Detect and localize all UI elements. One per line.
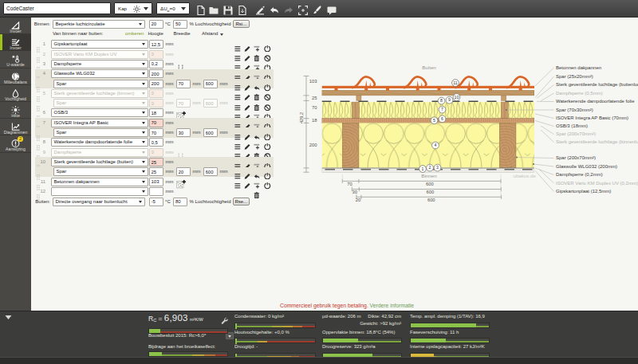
buiten-temp-input[interactable] [149,198,163,206]
edit-layer-icon[interactable] [244,119,252,127]
toggle-layer-icon[interactable] [264,80,272,88]
layer-disabled-icon[interactable] [264,149,272,157]
breedte-input[interactable] [176,99,191,108]
reset-spar-icon[interactable] [254,168,262,176]
material-select[interactable]: Dampfsperre [51,60,149,68]
rsi-button[interactable]: Rsi... [233,20,250,28]
insert-layer-icon[interactable] [254,109,262,117]
reset-spar-icon[interactable] [254,129,262,137]
afstand-input[interactable] [203,167,218,176]
material-select[interactable]: Spar [53,167,149,176]
toggle-layer-icon[interactable] [264,139,272,147]
delete-layer-icon[interactable] [254,90,262,98]
row-menu-icon[interactable] [234,159,242,166]
layer-disabled-icon[interactable] [264,51,272,59]
hoogte-input[interactable] [149,148,163,157]
material-select[interactable]: Sterk geventileerde luchtlage (buiten) [51,158,149,166]
reverse-link[interactable]: omkeren [125,31,144,36]
sidebar-item-aanwijzing[interactable]: Aanwijzing2 [0,135,31,152]
toggle-layer-icon[interactable] [264,41,272,49]
hoogte-input[interactable] [149,89,163,98]
binnen-climate-select[interactable]: Beperkte luchtcirculatie [53,20,146,29]
insert-layer-icon[interactable] [254,178,262,186]
toggle-layer-icon[interactable] [264,70,272,78]
edit-layer-icon[interactable] [244,51,252,59]
material-select[interactable]: Spar [53,99,149,108]
insert-layer-icon[interactable] [254,61,262,68]
row-menu-icon[interactable] [234,119,242,127]
insert-layer-icon[interactable] [254,159,262,166]
afstand-input[interactable] [203,80,218,88]
delete-layer-icon[interactable] [254,149,262,157]
hoogte-input[interactable] [149,128,163,137]
toggle-layer-icon[interactable] [264,168,272,176]
hoogte-input[interactable] [149,108,163,117]
breedte-input[interactable] [176,128,191,137]
row-menu-icon[interactable] [234,51,242,59]
toggle-layer-icon[interactable] [264,61,272,68]
material-select[interactable]: Waterkerende dampdoorlatende folie [51,138,149,147]
row-menu-icon[interactable] [234,80,242,88]
row-menu-icon[interactable] [234,168,242,176]
edit-layer-icon[interactable] [244,109,252,117]
edit-layer-icon[interactable] [244,90,252,98]
hoogte-input[interactable] [149,80,163,88]
wrench-icon[interactable] [221,317,228,324]
toggle-layer-icon[interactable] [264,129,272,137]
row-menu-icon[interactable] [234,149,242,157]
edit-layer-icon[interactable] [244,61,252,68]
afstand-sort-icon[interactable] [220,33,223,36]
material-select[interactable]: Dampfsperre [51,148,149,157]
hoogte-input[interactable] [149,40,163,49]
delete-layer-icon[interactable] [254,188,262,196]
material-select[interactable]: Betonnen dakpannen [51,178,149,186]
hoogte-input[interactable] [149,158,163,166]
sidebar-item-invoer-1[interactable]: Invoer [0,18,31,34]
afstand-input[interactable] [203,99,218,108]
toggle-layer-icon[interactable] [264,109,272,117]
toggle-layer-icon[interactable] [264,159,272,166]
row-menu-icon[interactable] [234,109,242,117]
breedte-input[interactable] [176,80,191,88]
material-select[interactable]: OSB/3 [51,108,149,117]
row-menu-icon[interactable] [234,61,242,68]
edit-layer-icon[interactable] [244,178,252,186]
material-select[interactable]: Sterk geventileerde luchtlage (binnen) [51,89,149,98]
afstand-header[interactable]: Afstand [202,31,218,36]
hoogte-input[interactable] [149,50,163,59]
sidebar-item-vochtigheid[interactable]: Vochtigheid [0,85,31,102]
row-menu-icon[interactable] [234,129,242,137]
hoogte-input[interactable] [149,60,163,68]
reset-spar-icon[interactable] [254,80,262,88]
sidebar-item-milieubalans[interactable]: Milieubalans [0,68,31,85]
insert-layer-icon[interactable] [254,139,262,147]
edit-layer-icon[interactable] [244,139,252,147]
delete-layer-icon[interactable] [254,51,262,59]
material-select[interactable]: Glaswolle WLG032 [51,69,149,78]
hoogte-input[interactable] [149,167,163,176]
layer-disabled-icon[interactable] [264,90,272,98]
hoogte-input[interactable] [149,178,163,186]
material-select[interactable] [51,187,149,196]
row-menu-icon[interactable] [234,139,242,147]
insert-layer-icon[interactable] [254,41,262,49]
hoogte-input[interactable] [149,187,163,196]
row-menu-icon[interactable] [234,178,242,186]
edit-layer-icon[interactable] [244,41,252,49]
insert-layer-icon[interactable] [254,70,262,78]
more-info-link[interactable]: Verdere informatie [370,303,415,308]
hoogte-input[interactable] [149,119,163,127]
row-menu-icon[interactable] [234,70,242,78]
insert-layer-icon[interactable] [254,119,262,127]
binnen-temp-input[interactable] [149,20,163,29]
sidebar-item-diagrammen[interactable]: Diagrammen [0,119,31,135]
edit-layer-icon[interactable] [244,129,252,137]
binnen-humidity-input[interactable] [173,20,187,29]
sidebar-item-u-waarde[interactable]: U-waarde [0,51,31,68]
toggle-layer-icon[interactable] [264,119,272,127]
hoogte-input[interactable] [149,69,163,78]
hoogte-input[interactable] [149,99,163,108]
edit-layer-icon[interactable] [244,70,252,78]
row-menu-icon[interactable] [234,100,242,108]
material-select[interactable]: ISOVER Integra AP Basic [51,119,149,127]
